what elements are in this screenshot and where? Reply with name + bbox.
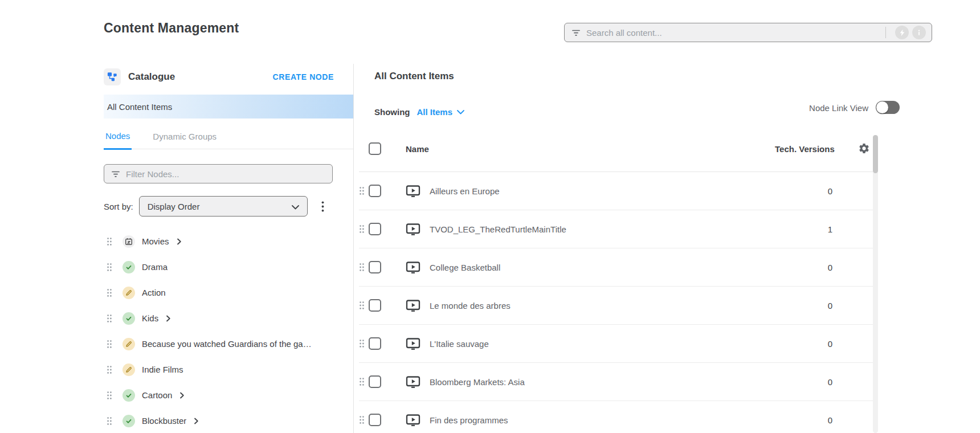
drag-handle-icon[interactable] bbox=[359, 415, 365, 424]
drag-handle-icon[interactable] bbox=[359, 224, 365, 234]
node-label[interactable]: Blockbuster bbox=[142, 416, 186, 426]
node-item-cartoon[interactable]: Cartoon bbox=[104, 382, 353, 408]
content-item-name[interactable]: Ailleurs en Europe bbox=[430, 186, 500, 196]
video-content-icon bbox=[406, 185, 420, 197]
node-item-movies[interactable]: Movies bbox=[104, 228, 353, 254]
node-item-kids[interactable]: Kids bbox=[104, 305, 353, 331]
tab-dynamic-groups[interactable]: Dynamic Groups bbox=[151, 132, 218, 149]
sidebar-item-all-content-items[interactable]: All Content Items bbox=[104, 95, 353, 119]
table-scrollbar[interactable] bbox=[873, 135, 878, 433]
showing-value-dropdown[interactable]: All Items bbox=[417, 107, 453, 117]
sort-select-value: Display Order bbox=[148, 202, 200, 211]
drag-handle-icon[interactable] bbox=[107, 416, 112, 426]
drag-handle-icon[interactable] bbox=[107, 340, 112, 349]
select-all-checkbox[interactable] bbox=[369, 142, 381, 155]
row-checkbox[interactable] bbox=[369, 375, 381, 388]
drag-handle-icon[interactable] bbox=[107, 237, 112, 246]
video-content-icon bbox=[406, 414, 420, 426]
table-settings-gear-icon[interactable] bbox=[858, 142, 870, 157]
chevron-right-icon[interactable] bbox=[179, 392, 185, 399]
toggle-knob bbox=[876, 101, 888, 113]
drag-handle-icon[interactable] bbox=[107, 365, 112, 374]
drag-handle-icon[interactable] bbox=[107, 288, 112, 297]
tech-versions-count: 0 bbox=[819, 186, 842, 196]
node-label[interactable]: Drama bbox=[142, 262, 168, 272]
tech-versions-count: 0 bbox=[819, 377, 842, 387]
table-row[interactable]: Bloomberg Markets: Asia 0 bbox=[359, 363, 873, 401]
video-content-icon bbox=[406, 375, 420, 388]
drag-handle-icon[interactable] bbox=[359, 301, 365, 310]
drag-handle-icon[interactable] bbox=[359, 377, 365, 386]
global-search-bar[interactable] bbox=[564, 23, 932, 42]
node-item-blockbuster[interactable]: Blockbuster bbox=[104, 408, 353, 433]
column-header-tech-versions[interactable]: Tech. Versions bbox=[775, 144, 838, 154]
search-input[interactable] bbox=[586, 28, 881, 38]
table-row[interactable]: L'Italie sauvage 0 bbox=[359, 325, 873, 363]
chevron-down-icon bbox=[292, 202, 299, 211]
published-status-icon bbox=[122, 389, 135, 402]
tab-nodes[interactable]: Nodes bbox=[104, 131, 132, 150]
content-item-name[interactable]: Le monde des arbres bbox=[430, 301, 511, 311]
chevron-right-icon[interactable] bbox=[176, 238, 182, 245]
table-row[interactable]: TVOD_LEG_TheRedTurtleMainTitle 1 bbox=[359, 210, 873, 248]
sort-select[interactable]: Display Order bbox=[139, 196, 308, 217]
node-item-indie-films[interactable]: Indie Films bbox=[104, 357, 353, 382]
quick-search-bolt-icon[interactable] bbox=[895, 26, 909, 39]
filter-nodes-input[interactable] bbox=[126, 169, 326, 179]
column-header-name[interactable]: Name bbox=[406, 144, 429, 154]
node-label[interactable]: Indie Films bbox=[142, 365, 183, 374]
row-checkbox[interactable] bbox=[369, 299, 381, 312]
table-row[interactable]: Ailleurs en Europe 0 bbox=[359, 172, 873, 210]
node-label[interactable]: Movies bbox=[142, 236, 169, 246]
chevron-down-icon[interactable] bbox=[457, 110, 464, 115]
table-row[interactable]: College Basketball 0 bbox=[359, 248, 873, 287]
content-item-name[interactable]: Bloomberg Markets: Asia bbox=[430, 377, 525, 387]
node-item-drama[interactable]: Drama bbox=[104, 254, 353, 280]
node-label[interactable]: Kids bbox=[142, 313, 158, 323]
drag-handle-icon[interactable] bbox=[107, 263, 112, 272]
node-item-because-you-watched[interactable]: Because you watched Guardians of the gal… bbox=[104, 331, 353, 357]
drag-handle-icon[interactable] bbox=[359, 263, 365, 272]
content-item-name[interactable]: Fin des programmes bbox=[430, 415, 508, 425]
content-item-name[interactable]: L'Italie sauvage bbox=[430, 339, 489, 349]
showing-filter: Showing All Items bbox=[374, 107, 464, 117]
node-options-kebab-icon[interactable] bbox=[321, 201, 324, 212]
scrollbar-thumb[interactable] bbox=[873, 135, 878, 173]
node-link-view-label: Node Link View bbox=[769, 103, 868, 113]
row-checkbox[interactable] bbox=[369, 337, 381, 350]
row-checkbox[interactable] bbox=[369, 261, 381, 273]
drag-handle-icon[interactable] bbox=[107, 314, 112, 323]
chevron-right-icon[interactable] bbox=[193, 418, 199, 424]
node-item-action[interactable]: Action bbox=[104, 280, 353, 305]
content-heading: All Content Items bbox=[374, 71, 454, 82]
drag-handle-icon[interactable] bbox=[359, 186, 365, 195]
row-checkbox[interactable] bbox=[369, 185, 381, 197]
node-label[interactable]: Cartoon bbox=[142, 390, 172, 400]
chevron-right-icon[interactable] bbox=[165, 315, 172, 322]
filter-icon bbox=[571, 28, 581, 37]
video-content-icon bbox=[406, 223, 420, 235]
filter-icon bbox=[111, 169, 120, 178]
tech-versions-count: 0 bbox=[819, 415, 842, 425]
published-status-icon bbox=[122, 261, 135, 273]
create-node-button[interactable]: CREATE NODE bbox=[273, 72, 334, 81]
node-link-view-toggle[interactable] bbox=[876, 101, 900, 114]
node-label[interactable]: Because you watched Guardians of the gal… bbox=[142, 339, 313, 349]
draft-status-icon bbox=[122, 363, 135, 376]
video-content-icon bbox=[406, 299, 420, 312]
node-list: Movies Drama Action bbox=[104, 228, 353, 433]
table-row[interactable]: Fin des programmes 0 bbox=[359, 401, 873, 433]
filter-nodes-box[interactable] bbox=[104, 164, 333, 183]
published-status-icon bbox=[122, 312, 135, 325]
drag-handle-icon[interactable] bbox=[359, 339, 365, 348]
search-info-icon[interactable] bbox=[912, 26, 926, 39]
table-row[interactable]: Le monde des arbres 0 bbox=[359, 287, 873, 325]
node-label[interactable]: Action bbox=[142, 288, 166, 297]
content-item-name[interactable]: TVOD_LEG_TheRedTurtleMainTitle bbox=[430, 224, 566, 234]
drag-handle-icon[interactable] bbox=[107, 391, 112, 400]
row-checkbox[interactable] bbox=[369, 414, 381, 426]
sort-row: Sort by: Display Order bbox=[104, 196, 353, 217]
selected-item-label: All Content Items bbox=[107, 102, 172, 112]
row-checkbox[interactable] bbox=[369, 223, 381, 235]
content-item-name[interactable]: College Basketball bbox=[430, 263, 500, 272]
